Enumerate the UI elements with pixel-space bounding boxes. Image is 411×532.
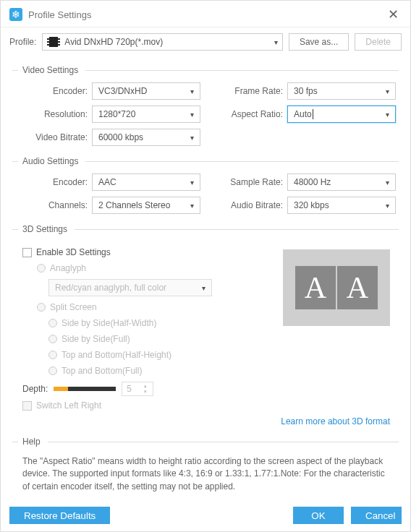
chevron-down-icon: ▾	[386, 87, 389, 95]
tb-half-label: Top and Bottom(Half-Height)	[62, 350, 171, 360]
film-icon	[47, 37, 60, 47]
split-screen-radio	[37, 303, 46, 312]
audio-encoder-select[interactable]: AAC▾	[92, 173, 200, 191]
3d-settings-header: 3D Settings	[22, 224, 67, 234]
ok-button[interactable]: OK	[293, 507, 344, 524]
help-header: Help	[22, 437, 41, 447]
delete-button: Delete	[355, 33, 402, 51]
restore-defaults-button[interactable]: Restore Defaults	[9, 507, 110, 524]
resolution-select[interactable]: 1280*720▾	[92, 106, 200, 123]
chevron-down-icon: ▾	[190, 179, 194, 186]
resolution-label: Resolution:	[12, 109, 92, 119]
sbs-half-radio	[48, 319, 57, 327]
anaglyph-label: Anaglyph	[50, 263, 86, 273]
audio-bitrate-label: Audio Bitrate:	[222, 200, 287, 210]
audio-encoder-label: Encoder:	[12, 177, 92, 187]
chevron-down-icon: ▾	[386, 202, 389, 210]
window-title: Profile Settings	[28, 9, 385, 20]
sbs-full-label: Side by Side(Full)	[62, 334, 130, 344]
depth-label: Depth:	[22, 384, 48, 394]
3d-preview: A A	[283, 249, 390, 326]
switch-lr-label: Switch Left Right	[36, 400, 101, 411]
chevron-down-icon: ▾	[386, 111, 389, 119]
video-encoder-label: Encoder:	[12, 86, 92, 96]
profile-value: Avid DNxHD 720p(*.mov)	[64, 37, 163, 47]
sample-rate-label: Sample Rate:	[222, 177, 287, 187]
tb-half-radio	[48, 351, 57, 359]
help-text: The "Aspect Ratio" means width to height…	[12, 454, 399, 493]
aspect-ratio-select[interactable]: Auto▾	[287, 106, 396, 123]
sbs-full-radio	[48, 335, 57, 343]
aspect-ratio-label: Aspect Ratio:	[222, 109, 287, 119]
enable-3d-checkbox[interactable]	[22, 248, 32, 257]
switch-lr-checkbox	[22, 401, 32, 411]
depth-slider	[54, 387, 116, 391]
sbs-half-label: Side by Side(Half-Width)	[62, 318, 156, 328]
spinner-down-icon: ▾	[144, 389, 151, 395]
chevron-down-icon: ▾	[190, 111, 194, 119]
video-settings-header: Video Settings	[22, 65, 78, 75]
depth-spinner: 5 ▴▾	[122, 382, 153, 396]
channels-label: Channels:	[12, 200, 92, 210]
channels-select[interactable]: 2 Channels Stereo▾	[92, 197, 200, 214]
save-as-button[interactable]: Save as...	[289, 33, 349, 51]
chevron-down-icon: ▾	[202, 284, 206, 292]
cancel-button[interactable]: Cancel	[351, 507, 402, 524]
spinner-up-icon: ▴	[144, 383, 151, 389]
chevron-down-icon: ▾	[190, 134, 194, 142]
anaglyph-mode-select: Red/cyan anaglyph, full color ▾	[48, 279, 212, 296]
close-icon[interactable]: ✕	[385, 7, 402, 22]
chevron-down-icon: ▾	[274, 38, 278, 46]
audio-settings-header: Audio Settings	[22, 156, 78, 166]
video-bitrate-label: Video Bitrate:	[12, 132, 92, 142]
learn-more-3d-link[interactable]: Learn more about 3D format	[281, 416, 390, 426]
frame-rate-label: Frame Rate:	[222, 86, 287, 96]
chevron-down-icon: ▾	[190, 202, 194, 210]
sample-rate-select[interactable]: 48000 Hz▾	[287, 173, 396, 191]
tb-full-label: Top and Bottom(Full)	[62, 366, 142, 376]
profile-label: Profile:	[9, 37, 36, 47]
chevron-down-icon: ▾	[190, 87, 194, 95]
frame-rate-select[interactable]: 30 fps▾	[287, 82, 396, 100]
preview-right-a: A	[337, 266, 378, 309]
app-icon: ❄	[9, 8, 22, 21]
split-screen-label: Split Screen	[50, 302, 97, 312]
anaglyph-radio	[37, 264, 46, 273]
profile-select[interactable]: Avid DNxHD 720p(*.mov) ▾	[42, 33, 283, 51]
preview-left-a: A	[295, 266, 336, 309]
enable-3d-label: Enable 3D Settings	[36, 247, 111, 257]
audio-bitrate-select[interactable]: 320 kbps▾	[287, 197, 396, 214]
video-bitrate-select[interactable]: 60000 kbps▾	[92, 129, 200, 146]
chevron-down-icon: ▾	[386, 179, 389, 186]
tb-full-radio	[48, 366, 57, 375]
video-encoder-select[interactable]: VC3/DNxHD▾	[92, 82, 200, 100]
